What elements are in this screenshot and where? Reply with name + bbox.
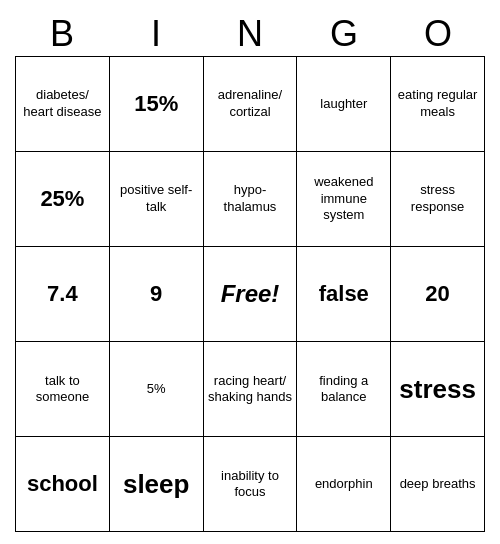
header-letter: N [203, 12, 297, 56]
bingo-cell-r0-c1: 15% [110, 57, 204, 152]
header-letter: B [15, 12, 109, 56]
bingo-cell-r4-c0: school [16, 437, 110, 532]
header-letter: O [391, 12, 485, 56]
bingo-cell-r0-c4: eating regular meals [391, 57, 485, 152]
bingo-cell-r3-c0: talk to someone [16, 342, 110, 437]
header-letter: I [109, 12, 203, 56]
bingo-cell-r0-c2: adrenaline/ cortizal [204, 57, 298, 152]
bingo-cell-r1-c2: hypo- thalamus [204, 152, 298, 247]
bingo-cell-r4-c2: inability to focus [204, 437, 298, 532]
bingo-cell-r0-c3: laughter [297, 57, 391, 152]
bingo-header: BINGO [15, 12, 485, 56]
bingo-grid: diabetes/ heart disease15%adrenaline/ co… [15, 56, 485, 532]
bingo-cell-r2-c1: 9 [110, 247, 204, 342]
bingo-cell-r3-c3: finding a balance [297, 342, 391, 437]
header-letter: G [297, 12, 391, 56]
bingo-cell-r3-c1: 5% [110, 342, 204, 437]
bingo-cell-r2-c2: Free! [204, 247, 298, 342]
bingo-card: BINGO diabetes/ heart disease15%adrenali… [15, 12, 485, 532]
bingo-cell-r2-c0: 7.4 [16, 247, 110, 342]
bingo-cell-r2-c3: false [297, 247, 391, 342]
bingo-cell-r4-c3: endorphin [297, 437, 391, 532]
bingo-cell-r1-c3: weakened immune system [297, 152, 391, 247]
bingo-cell-r1-c4: stress response [391, 152, 485, 247]
bingo-cell-r4-c1: sleep [110, 437, 204, 532]
bingo-cell-r3-c2: racing heart/ shaking hands [204, 342, 298, 437]
bingo-cell-r2-c4: 20 [391, 247, 485, 342]
bingo-cell-r1-c0: 25% [16, 152, 110, 247]
bingo-cell-r4-c4: deep breaths [391, 437, 485, 532]
bingo-cell-r0-c0: diabetes/ heart disease [16, 57, 110, 152]
bingo-cell-r3-c4: stress [391, 342, 485, 437]
bingo-cell-r1-c1: positive self- talk [110, 152, 204, 247]
